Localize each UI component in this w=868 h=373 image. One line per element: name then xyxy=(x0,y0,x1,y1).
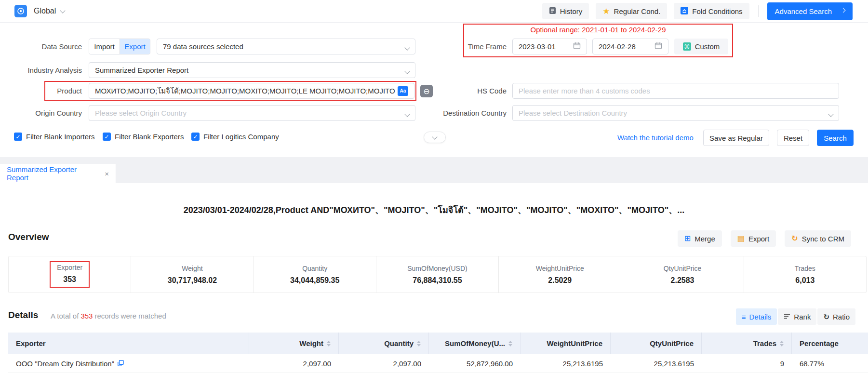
industry-analysis-select[interactable]: Summarized Exporter Report xyxy=(89,62,415,78)
sort-icon[interactable] xyxy=(508,341,512,346)
exporter-highlight-box: Exporter 353 xyxy=(50,261,90,288)
hs-code-input[interactable]: Please enter more than 4 customs codes xyxy=(512,83,839,99)
export-toggle[interactable]: Export xyxy=(120,39,150,54)
cell-quantity: 2,097.00 xyxy=(339,354,429,373)
start-date-input[interactable]: 2023-03-01 xyxy=(512,39,587,54)
product-label: Product xyxy=(0,83,82,99)
cell-qty-unit-price: 25,213.6195 xyxy=(611,354,702,373)
column-header-weight[interactable]: Weight xyxy=(249,333,339,354)
product-input[interactable]: МОХИТО;MOJITO;โมจิโต้;MOJITO;MOJITO;MOXI… xyxy=(89,83,414,99)
stat-qty-unit-price: QtyUnitPrice 2.2583 xyxy=(621,256,743,293)
data-source-label: Data Source xyxy=(0,39,82,54)
column-label: SumOfMoney(U... xyxy=(445,339,505,347)
origin-country-select[interactable]: Please select Origin Country xyxy=(89,105,415,121)
optional-range-text: Optional range: 2021-01-01 to 2024-02-29 xyxy=(464,26,732,34)
view-ratio-button[interactable]: ↻ Ratio xyxy=(817,308,855,325)
start-date-value: 2023-03-01 xyxy=(519,42,556,51)
cell-percentage: 68.77% xyxy=(792,354,868,373)
calendar-icon xyxy=(654,42,662,51)
view-details-button[interactable]: ≡ Details xyxy=(736,308,777,325)
destination-country-placeholder: Please select Destination Country xyxy=(519,109,627,117)
column-header-quantity[interactable]: Quantity xyxy=(339,333,429,354)
chevron-down-icon[interactable] xyxy=(60,8,66,13)
hs-code-placeholder: Please enter more than 4 customs codes xyxy=(519,87,650,95)
end-date-input[interactable]: 2024-02-28 xyxy=(592,39,668,54)
column-label: Quantity xyxy=(384,339,414,347)
translate-icon[interactable]: Aa xyxy=(398,86,408,96)
custom-range-button[interactable]: ⌘ Custom xyxy=(674,39,728,54)
chevron-down-icon xyxy=(404,68,410,74)
custom-label: Custom xyxy=(695,42,720,51)
search-button[interactable]: Search xyxy=(817,130,854,146)
stat-weight: Weight 30,717,948.02 xyxy=(131,256,253,293)
collapse-form-button[interactable] xyxy=(424,132,446,143)
column-label: Exporter xyxy=(16,339,46,347)
column-header-sum-of-money[interactable]: SumOfMoney(U... xyxy=(429,333,521,354)
merge-button[interactable]: ⊞ Merge xyxy=(678,230,722,247)
stat-value: 76,884,310.55 xyxy=(413,276,462,285)
data-source-select[interactable]: 79 data sources selected xyxy=(157,39,415,54)
merge-icon: ⊞ xyxy=(684,235,691,242)
total-prefix: A total of xyxy=(51,312,79,320)
region-selector-label[interactable]: Global xyxy=(34,7,56,15)
filter-logistics-company-checkbox[interactable]: ✓ Filter Logitics Company xyxy=(191,133,279,141)
star-icon: ★ xyxy=(602,7,610,15)
merge-label: Merge xyxy=(694,235,715,243)
stat-value: 30,717,948.02 xyxy=(168,276,217,285)
sync-icon: ↻ xyxy=(791,235,798,242)
history-button[interactable]: History xyxy=(542,3,589,19)
fold-conditions-button[interactable]: Fold Conditions xyxy=(674,3,749,19)
query-summary: 2023/03/01-2024/02/28,Product AND"МОХИТО… xyxy=(0,203,868,217)
reset-button[interactable]: Reset xyxy=(777,130,809,146)
close-icon[interactable]: × xyxy=(105,170,109,178)
chevron-down-icon xyxy=(404,45,410,50)
history-icon xyxy=(549,7,556,16)
export-button[interactable]: ▤ Export xyxy=(731,230,776,247)
origin-country-label: Origin Country xyxy=(0,105,82,121)
filter-blank-exporters-checkbox[interactable]: ✓ Filter Blank Exporters xyxy=(103,133,184,141)
data-source-toggle: Import Export xyxy=(89,39,150,54)
ratio-icon: ↻ xyxy=(823,313,829,320)
stat-weight-unit-price: WeightUnitPrice 2.5029 xyxy=(498,256,621,293)
stat-label: WeightUnitPrice xyxy=(536,265,584,272)
advanced-search-button[interactable]: Advanced Search xyxy=(767,2,853,20)
details-title: Details xyxy=(8,310,38,320)
view-rank-button[interactable]: Rank xyxy=(778,308,816,325)
checkbox-checked-icon: ✓ xyxy=(14,133,22,141)
view-label: Details xyxy=(749,313,772,321)
tutorial-link[interactable]: Watch the tutorial demo xyxy=(617,133,694,142)
destination-country-select[interactable]: Please select Destination Country xyxy=(512,105,839,121)
regular-cond-button[interactable]: ★ Regular Cond. xyxy=(596,3,667,19)
company-profile-icon[interactable] xyxy=(118,360,124,368)
column-header-weight-unit-price: WeightUnitPrice xyxy=(521,333,611,354)
stat-sum-of-money: SumOfMoney(USD) 76,884,310.55 xyxy=(376,256,498,293)
sync-to-crm-button[interactable]: ↻ Sync to CRM xyxy=(785,230,851,247)
sort-icon[interactable] xyxy=(780,341,784,346)
sort-icon[interactable] xyxy=(417,341,421,346)
rank-icon xyxy=(784,313,790,320)
tab-summarized-exporter-report[interactable]: Summarized Exporter Report × xyxy=(0,164,116,183)
filter-blank-importers-checkbox[interactable]: ✓ Filter Blank Importers xyxy=(14,133,95,141)
tab-strip: Summarized Exporter Report × xyxy=(0,157,868,183)
fold-icon xyxy=(681,7,688,16)
import-toggle[interactable]: Import xyxy=(89,39,120,54)
total-suffix: records were matched xyxy=(94,312,166,320)
stat-trades: Trades 6,013 xyxy=(744,256,866,293)
exporter-name[interactable]: OOO "Dream City Distribution" xyxy=(16,360,114,368)
table-row[interactable]: OOO "Dream City Distribution" 2,097.00 2… xyxy=(8,354,868,373)
export-label: Export xyxy=(748,235,769,243)
view-label: Rank xyxy=(794,313,811,321)
total-count: 353 xyxy=(79,312,94,320)
stat-value: 353 xyxy=(63,275,76,284)
checkbox-label: Filter Blank Importers xyxy=(26,133,95,141)
column-label: Trades xyxy=(753,339,776,347)
column-header-qty-unit-price: QtyUnitPrice xyxy=(611,333,702,354)
save-as-regular-button[interactable]: Save as Regular xyxy=(703,130,769,146)
details-table: Exporter Weight Quantity SumOfMoney(U...… xyxy=(8,333,868,373)
column-header-trades[interactable]: Trades xyxy=(702,333,792,354)
sort-icon[interactable] xyxy=(327,341,331,346)
checkbox-checked-icon: ✓ xyxy=(103,133,111,141)
cell-trades: 9 xyxy=(702,354,792,373)
chevron-down-icon xyxy=(828,111,833,117)
stat-label: QtyUnitPrice xyxy=(664,265,702,272)
